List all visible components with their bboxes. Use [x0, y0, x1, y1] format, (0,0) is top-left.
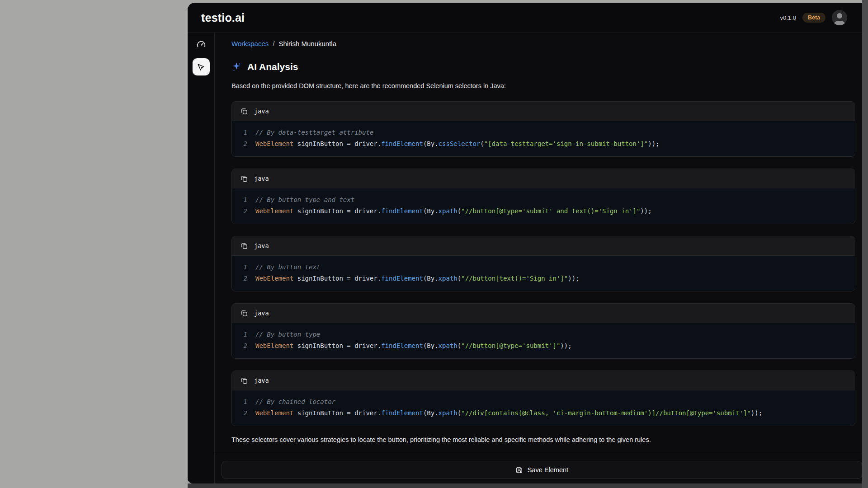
topbar: testio.ai v0.1.0 Beta — [188, 3, 868, 33]
copy-code-button[interactable] — [240, 309, 248, 317]
copy-icon — [241, 108, 248, 115]
code-language-label: java — [254, 242, 269, 249]
line-number: 1 — [241, 396, 247, 408]
analysis-panel: AI Analysis Based on the provided DOM st… — [215, 54, 868, 454]
breadcrumb-separator: / — [273, 40, 274, 47]
topbar-right: v0.1.0 Beta — [780, 10, 854, 25]
code-body: 1// By data-testtarget attribute 2WebEle… — [232, 121, 855, 156]
user-avatar[interactable] — [832, 10, 847, 25]
copy-icon — [241, 377, 248, 385]
code-line: 1// By button type and text — [241, 194, 846, 206]
sparkles-icon — [231, 61, 242, 72]
line-number: 1 — [241, 329, 247, 340]
beta-badge: Beta — [802, 13, 826, 23]
copy-code-button[interactable] — [240, 376, 248, 385]
save-icon — [515, 466, 523, 474]
code-body: 1// By button type 2WebElement signInBut… — [232, 323, 855, 358]
footer: Save Element — [215, 454, 868, 483]
code-body: 1// By button text 2WebElement signInBut… — [232, 256, 855, 291]
copy-icon — [241, 310, 248, 317]
breadcrumb-workspaces-link[interactable]: Workspaces — [231, 40, 269, 47]
analysis-intro-text: Based on the provided DOM structure, her… — [231, 82, 855, 89]
copy-code-button[interactable] — [240, 174, 248, 183]
code-language-label: java — [254, 310, 269, 317]
line-number: 2 — [241, 206, 247, 217]
line-number: 2 — [241, 408, 247, 419]
avatar-icon — [832, 10, 847, 25]
gauge-icon — [196, 40, 206, 50]
code-line: 1// By chained locator — [241, 396, 846, 408]
code-body: 1// By button type and text 2WebElement … — [232, 188, 855, 224]
code-line: 2WebElement signInButton = driver.findEl… — [241, 340, 846, 352]
cursor-pointer-icon — [197, 63, 205, 71]
line-number: 2 — [241, 273, 247, 284]
line-number: 1 — [241, 127, 247, 138]
sidebar — [188, 33, 215, 483]
code-language-label: java — [254, 108, 269, 115]
screen-edge-scrollbar[interactable] — [862, 0, 868, 488]
app-logo: testio.ai — [201, 11, 245, 24]
code-block: java 1// By data-testtarget attribute 2W… — [231, 101, 855, 157]
app-body: Workspaces / Shirish Munukuntla AI Analy… — [188, 33, 868, 483]
code-block: java 1// By button text 2WebElement sign… — [231, 236, 855, 291]
copy-icon — [241, 242, 248, 250]
copy-code-button[interactable] — [240, 107, 248, 115]
window-bottom-edge — [188, 483, 868, 488]
app-window: testio.ai v0.1.0 Beta — [188, 3, 868, 483]
line-number: 1 — [241, 262, 247, 273]
line-number: 2 — [241, 340, 247, 352]
breadcrumb-current: Shirish Munukuntla — [278, 40, 336, 47]
code-block: java 1// By chained locator 2WebElement … — [231, 371, 855, 426]
save-element-button[interactable]: Save Element — [222, 461, 862, 479]
save-button-label: Save Element — [528, 466, 568, 474]
breadcrumb: Workspaces / Shirish Munukuntla — [215, 33, 868, 54]
line-number: 2 — [241, 138, 247, 150]
copy-icon — [241, 175, 248, 183]
code-line: 2WebElement signInButton = driver.findEl… — [241, 138, 846, 150]
page-title: AI Analysis — [247, 61, 298, 72]
element-selector-tool[interactable] — [193, 58, 210, 75]
main-area: Workspaces / Shirish Munukuntla AI Analy… — [215, 33, 868, 483]
version-label: v0.1.0 — [780, 14, 796, 21]
code-line: 1// By button type — [241, 329, 846, 340]
code-block-header: java — [232, 371, 855, 390]
code-block-header: java — [232, 304, 855, 323]
heading-row: AI Analysis — [231, 61, 855, 72]
code-block: java 1// By button type and text 2WebEle… — [231, 169, 855, 224]
code-line: 2WebElement signInButton = driver.findEl… — [241, 206, 846, 217]
code-line: 2WebElement signInButton = driver.findEl… — [241, 408, 846, 419]
code-block-header: java — [232, 169, 855, 188]
code-line: 1// By data-testtarget attribute — [241, 127, 846, 138]
code-block-header: java — [232, 236, 855, 256]
code-language-label: java — [254, 175, 269, 182]
code-line: 1// By button text — [241, 262, 846, 273]
code-block: java 1// By button type 2WebElement sign… — [231, 303, 855, 359]
code-block-header: java — [232, 102, 855, 121]
sidebar-item-dashboard[interactable] — [195, 39, 207, 51]
analysis-outro-text: These selectors cover various strategies… — [231, 436, 855, 443]
copy-code-button[interactable] — [240, 242, 248, 250]
code-body: 1// By chained locator 2WebElement signI… — [232, 390, 855, 426]
code-language-label: java — [254, 377, 269, 384]
line-number: 1 — [241, 194, 247, 206]
code-line: 2WebElement signInButton = driver.findEl… — [241, 273, 846, 284]
